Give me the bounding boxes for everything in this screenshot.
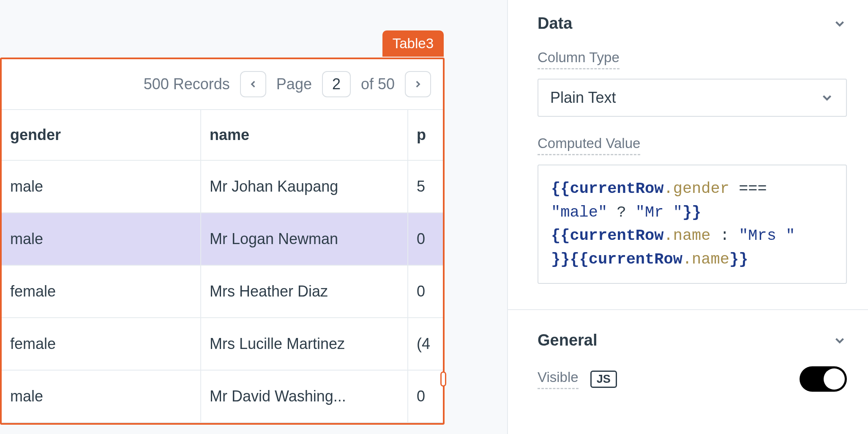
table-cell: Mrs Heather Diaz [201,266,408,317]
table-row[interactable]: femaleMrs Lucille Martinez(4 [2,318,443,371]
column-header-p[interactable]: p [408,110,443,160]
section-divider [508,309,868,310]
table-cell: male [2,213,201,265]
computed-value-label: Computed Value [538,135,640,155]
records-count: 500 Records [144,75,230,93]
pagination-bar: 500 Records Page of 50 [2,59,443,109]
table-cell: Mr David Washing... [201,371,408,422]
table-cell: 0 [408,266,443,317]
resize-handle[interactable] [440,371,446,387]
table-cell: male [2,161,201,212]
table-row[interactable]: maleMr Logan Newman0 [2,213,443,266]
chevron-down-icon [820,91,834,105]
table-row[interactable]: femaleMrs Heather Diaz0 [2,266,443,318]
canvas-area: Table3 500 Records Page of 50 gender nam… [0,0,507,434]
table-cell: female [2,266,201,317]
toggle-knob [824,368,845,390]
column-type-label: Column Type [538,49,620,69]
column-header-gender[interactable]: gender [2,110,201,160]
widget-name-tag[interactable]: Table3 [382,30,444,57]
prev-page-button[interactable] [240,71,266,97]
table-cell: Mr Logan Newman [201,213,408,265]
table-row[interactable]: maleMr David Washing...0 [2,371,443,423]
table-cell: male [2,371,201,422]
page-input[interactable] [322,71,351,97]
chevron-right-icon [412,79,423,90]
chevron-down-icon [833,333,847,348]
page-label: Page [276,75,312,93]
section-title-general: General [538,331,598,349]
visible-property-row: Visible JS [538,366,847,392]
section-header-data[interactable]: Data [538,14,847,33]
table-cell: Mrs Lucille Martinez [201,318,408,370]
table-header-row: gender name p [2,109,443,161]
js-toggle-button[interactable]: JS [590,371,617,388]
table-cell: 0 [408,213,443,265]
chevron-down-icon [833,16,847,31]
table-body: maleMr Johan Kaupang5maleMr Logan Newman… [2,161,443,423]
chevron-left-icon [248,79,259,90]
section-title-data: Data [538,14,572,33]
table-cell: (4 [408,318,443,370]
computed-value-input[interactable]: {{currentRow.gender === "male" ? "Mr "}}… [538,165,847,284]
column-header-name[interactable]: name [201,110,408,160]
table-cell: 5 [408,161,443,212]
next-page-button[interactable] [405,71,431,97]
property-pane: Data Column Type Plain Text Computed Val… [507,0,868,434]
column-type-dropdown[interactable]: Plain Text [538,79,847,117]
table-cell: Mr Johan Kaupang [201,161,408,212]
table-widget[interactable]: 500 Records Page of 50 gender name p mal… [0,58,445,425]
table-cell: 0 [408,371,443,422]
table-row[interactable]: maleMr Johan Kaupang5 [2,161,443,213]
table-cell: female [2,318,201,370]
visible-toggle[interactable] [800,366,847,392]
column-type-value: Plain Text [550,89,616,107]
page-of-label: of 50 [361,75,395,93]
section-header-general[interactable]: General [538,331,847,349]
visible-label: Visible [538,369,579,389]
